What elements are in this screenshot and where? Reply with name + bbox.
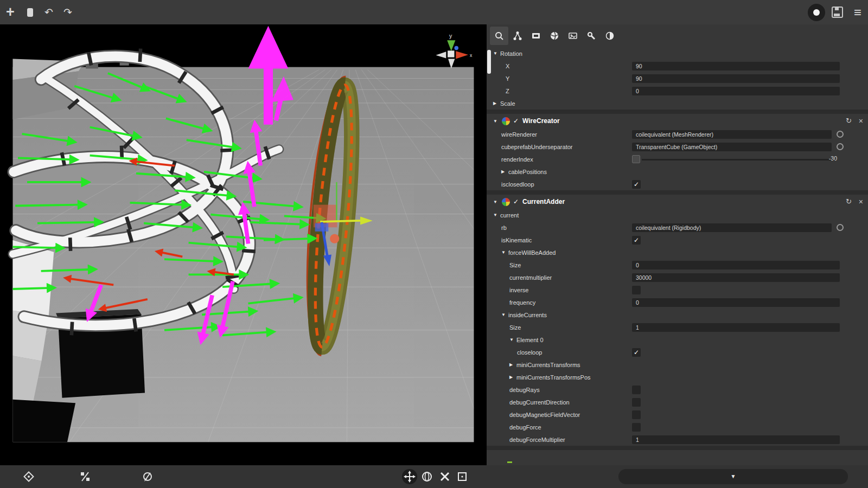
wirerenderer-object-field[interactable]: coilequivalent (MeshRenderer)	[632, 130, 832, 139]
tab-contrast[interactable]	[601, 27, 619, 45]
foldout-arrow[interactable]: ▼	[493, 51, 500, 56]
iskinematic-checkbox[interactable]: ✓	[632, 236, 641, 245]
row-fwa-size: Size 0	[487, 259, 868, 271]
pause-icon[interactable]	[21, 0, 39, 24]
row-forcewillbeadded: ▼ forceWillBeAdded	[487, 246, 868, 259]
closeloop-checkbox[interactable]: ✓	[632, 348, 641, 357]
row-rb: rb coilequivalent (Rigidbody)	[487, 221, 868, 234]
orbit-icon[interactable]	[140, 469, 155, 484]
row-isclosedloop: isclosedloop ✓	[487, 178, 868, 190]
image-icon	[568, 31, 578, 41]
row-currentmultiplier: currentmultiplier 30000	[487, 271, 868, 284]
menu-icon[interactable]: ≡	[848, 0, 867, 24]
scale-tool-icon	[439, 471, 451, 483]
foldout-arrow[interactable]: ▼	[493, 213, 500, 217]
redo-icon[interactable]: ↷	[59, 0, 77, 24]
axis-center-cube[interactable]	[448, 50, 454, 57]
debugrays-checkbox[interactable]	[632, 386, 641, 394]
rb-object-field[interactable]: coilequivalent (Rigidbody)	[632, 223, 832, 232]
rect-tool-icon	[456, 471, 468, 483]
foldout-arrow[interactable]: ▶	[509, 375, 516, 380]
gizmo-center-dot[interactable]	[330, 234, 339, 243]
row-rotation-y: Y 90	[487, 72, 868, 85]
isclosedloop-checkbox[interactable]: ✓	[632, 180, 641, 189]
record-dot	[813, 9, 820, 16]
renderindex-slider-handle[interactable]	[632, 155, 640, 163]
reset-component-icon[interactable]: ↻	[846, 197, 852, 206]
save-icon[interactable]	[828, 0, 846, 24]
row-element0: ▼ Element 0	[487, 333, 868, 346]
enabled-checkbox[interactable]: ✓	[513, 117, 519, 125]
rotation-x-input[interactable]: 90	[632, 62, 840, 70]
rotation-z-input[interactable]: 0	[632, 87, 840, 95]
inspector-tab-bar	[487, 24, 868, 47]
cubeprefab-object-field[interactable]: TransparentCube (GameObject)	[632, 143, 832, 151]
fwa-size-input[interactable]: 0	[632, 261, 840, 269]
renderindex-value: -30	[789, 155, 837, 162]
focus-icon[interactable]	[21, 469, 36, 484]
rotation-y-input[interactable]: 90	[632, 74, 840, 83]
scale-tool-button[interactable]	[437, 469, 452, 484]
sphere-icon	[550, 31, 559, 41]
foldout-arrow[interactable]: ▶	[509, 362, 516, 367]
script-icon	[502, 117, 510, 125]
menu-glyph: ≡	[854, 5, 861, 20]
scene-viewport[interactable]: y x	[0, 24, 487, 465]
foldout-arrow[interactable]: ▼	[509, 337, 516, 342]
magnifier-icon	[494, 31, 504, 41]
axis-z-dot[interactable]	[454, 46, 458, 50]
object-picker-icon[interactable]	[837, 143, 844, 150]
viewport-scene: y x	[0, 24, 487, 465]
object-picker-icon[interactable]	[837, 131, 844, 138]
tab-wrench[interactable]	[582, 27, 601, 45]
record-icon[interactable]	[807, 0, 826, 24]
debugmagneticfieldvector-checkbox[interactable]	[632, 410, 641, 419]
app-window: + ↶ ↷ ≡	[0, 0, 868, 488]
scene-dropdown[interactable]: ▼	[618, 469, 848, 484]
move-tool-button[interactable]	[402, 469, 417, 484]
debugforcemultiplier-input[interactable]: 1	[632, 435, 840, 444]
inspector-scrollbar[interactable]	[487, 50, 491, 74]
remove-component-icon[interactable]: ×	[859, 197, 863, 206]
undo-icon[interactable]: ↶	[40, 0, 58, 24]
tab-folder[interactable]	[527, 27, 545, 45]
plus-glyph: +	[6, 5, 15, 20]
tab-image[interactable]	[564, 27, 582, 45]
foldout-arrow[interactable]: ▶	[493, 101, 500, 106]
ic-size-input[interactable]: 1	[632, 323, 840, 332]
plus-icon[interactable]: +	[1, 0, 20, 24]
tab-magnifier[interactable]	[490, 27, 508, 45]
scale-label: Scale	[500, 100, 515, 107]
foldout-arrow[interactable]: ▼	[493, 200, 500, 204]
tab-sphere[interactable]	[545, 27, 564, 45]
rotate-tool-icon	[421, 471, 433, 483]
rect-tool-button[interactable]	[455, 469, 470, 484]
currentmultiplier-input[interactable]: 30000	[632, 273, 840, 282]
row-debugrays: debugRays	[487, 383, 868, 396]
enabled-checkbox[interactable]: ✓	[513, 198, 519, 206]
foldout-arrow[interactable]: ▼	[501, 312, 508, 317]
rotate-tool-button[interactable]	[419, 469, 435, 484]
snap-icon[interactable]	[78, 469, 93, 484]
foldout-arrow[interactable]: ▼	[493, 119, 500, 124]
tab-hierarchy[interactable]	[508, 27, 527, 45]
row-renderindex: renderIndex -30	[487, 153, 868, 165]
bottom-toolbar: ▼	[0, 465, 868, 488]
object-picker-icon[interactable]	[837, 224, 844, 231]
row-wirerenderer: wireRenderer coilequivalent (MeshRendere…	[487, 128, 868, 140]
debugforce-checkbox[interactable]	[632, 423, 641, 432]
reset-component-icon[interactable]: ↻	[846, 117, 852, 125]
foldout-arrow[interactable]: ▼	[501, 250, 508, 255]
frequency-input[interactable]: 0	[632, 298, 840, 307]
debugcurrentdirection-checkbox[interactable]	[632, 398, 641, 407]
undo-glyph: ↶	[44, 6, 53, 18]
foldout-arrow[interactable]: ▶	[501, 169, 508, 174]
pause-glyph	[27, 8, 33, 17]
section-divider	[487, 110, 868, 114]
remove-component-icon[interactable]: ×	[859, 117, 863, 125]
axis-x-label: x	[470, 53, 473, 58]
inverse-checkbox[interactable]	[632, 286, 641, 294]
row-rotation: ▼ Rotation	[487, 47, 868, 60]
row-debugforcemultiplier: debugForceMultiplier 1	[487, 433, 868, 446]
row-debugcurrentdirection: debugCurrentDirection	[487, 396, 868, 408]
